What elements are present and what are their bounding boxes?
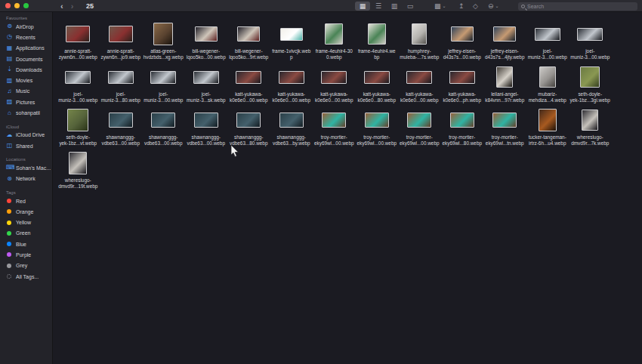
file-name[interactable]: joel-muniz-3...00.webp bbox=[144, 91, 183, 103]
sidebar-item-music[interactable]: ♫Music bbox=[0, 86, 52, 97]
sidebar-item-orange[interactable]: Orange bbox=[0, 206, 52, 217]
file-item[interactable]: tucker-tangeman-irtrz-6h...u4.webp bbox=[526, 107, 569, 150]
file-thumbnail[interactable] bbox=[151, 113, 175, 128]
file-thumbnail[interactable] bbox=[69, 152, 87, 174]
sidebar-item-applications[interactable]: ▦Applications bbox=[0, 43, 52, 54]
file-thumbnail[interactable] bbox=[279, 113, 304, 128]
close-button[interactable] bbox=[5, 3, 11, 8]
file-item[interactable]: katt-yukawa-k0e6e0...00.webp bbox=[313, 64, 356, 107]
file-thumbnail[interactable] bbox=[279, 71, 304, 84]
file-item[interactable]: katt-yukawa-k0e6e0...00.webp bbox=[270, 64, 313, 107]
file-thumbnail[interactable] bbox=[66, 26, 90, 42]
file-thumbnail[interactable] bbox=[365, 113, 389, 128]
file-name[interactable]: tucker-tangeman-irtrz-6h...u4.webp bbox=[529, 134, 566, 147]
file-item[interactable]: shawnanggg-vdbe63...00.webp bbox=[100, 107, 143, 150]
file-name[interactable]: troy-mortier-eky69wl...tn.webp bbox=[486, 134, 524, 147]
sidebar-item-pictures[interactable]: ▨Pictures bbox=[0, 97, 52, 107]
zoom-button[interactable] bbox=[23, 3, 29, 8]
file-name[interactable]: joel-muniz-3...80.webp bbox=[101, 91, 140, 103]
file-thumbnail[interactable] bbox=[492, 113, 517, 128]
sidebar-item-movies[interactable]: ▥Movies bbox=[0, 75, 52, 85]
file-name[interactable]: frame-4euhir4.webp bbox=[358, 48, 396, 60]
file-thumbnail[interactable] bbox=[150, 71, 176, 84]
file-item[interactable]: katt-yukawa-k0e6e0...80.webp bbox=[356, 64, 399, 107]
file-item[interactable]: shawnanggg-vdbe63...80.webp bbox=[227, 107, 270, 150]
file-name[interactable]: frame-1vivcjk.webp bbox=[272, 48, 310, 60]
sidebar-item-shared[interactable]: ◫Shared bbox=[0, 140, 52, 151]
file-item[interactable]: seth-doyle-yek-1bz...3gi.webp bbox=[569, 64, 612, 107]
file-item[interactable]: atlas-green-hvdzbds...xg.webp bbox=[142, 21, 185, 64]
search-field[interactable] bbox=[518, 2, 637, 11]
file-name[interactable]: bill-wegener-lqoo5ko...9rt.webp bbox=[229, 48, 268, 60]
file-name[interactable]: annie-spratt-zywn6n...00.webp bbox=[59, 48, 97, 60]
file-name[interactable]: jeffrey-eisen-d43s7s...4jty.webp bbox=[485, 48, 524, 60]
file-item[interactable]: joel-muniz-3...00.webp bbox=[526, 21, 569, 64]
file-item[interactable]: whereslugo-dmvd9r...19t.webp bbox=[57, 150, 100, 193]
file-name[interactable]: katt-yukawa-k0e6e0...00.webp bbox=[230, 91, 267, 103]
file-item[interactable]: joel-muniz-3...00.webp bbox=[57, 64, 100, 107]
file-name[interactable]: joel-muniz-3...00.webp bbox=[570, 48, 610, 60]
file-name[interactable]: whereslugo-dmvd9r...19t.webp bbox=[58, 177, 97, 190]
file-item[interactable]: troy-mortier-eky69wl...00.webp bbox=[398, 107, 441, 150]
file-thumbnail[interactable] bbox=[322, 113, 346, 128]
file-item[interactable]: whereslugo-dmvd9r...7k.webp bbox=[569, 107, 612, 150]
forward-button[interactable]: › bbox=[71, 0, 74, 12]
back-button[interactable]: ‹ bbox=[60, 0, 63, 12]
file-item[interactable]: jeffrey-eisen-d43s7s...00.webp bbox=[441, 21, 484, 64]
sidebar-item-recents[interactable]: ◷Recents bbox=[0, 32, 52, 42]
file-name[interactable]: shawnanggg-vdbe63...00.webp bbox=[102, 134, 140, 147]
file-name[interactable]: leilani-angel-k84vnn...97r.webp bbox=[485, 91, 524, 103]
file-thumbnail[interactable] bbox=[582, 110, 598, 131]
file-item[interactable]: shawnanggg-vdbe63...by.webp bbox=[270, 107, 313, 150]
sidebar-item-icloud-drive[interactable]: ☁iCloud Drive bbox=[0, 130, 52, 140]
file-item[interactable]: troy-mortier-eky69wl...00.webp bbox=[356, 107, 399, 150]
file-name[interactable]: humphrey-muleba-...7s.webp bbox=[400, 48, 439, 60]
file-item[interactable]: joel-muniz-3...sk.webp bbox=[185, 64, 228, 107]
file-name[interactable]: frame-4euhir4-300.webp bbox=[316, 48, 353, 60]
file-name[interactable]: bill-wegener-lqoo5ko...00.webp bbox=[187, 48, 226, 60]
file-thumbnail[interactable] bbox=[496, 66, 513, 88]
sidebar-item-grey[interactable]: Grey bbox=[0, 261, 52, 271]
group-by-button[interactable]: ▩ ⌄ bbox=[434, 2, 446, 11]
file-item[interactable]: katt-yukawa-k0e6e0...00.webp bbox=[227, 64, 270, 107]
file-thumbnail[interactable] bbox=[451, 26, 474, 42]
file-thumbnail[interactable] bbox=[109, 113, 133, 128]
file-item[interactable]: joel-muniz-3...80.webp bbox=[100, 64, 143, 107]
file-item[interactable]: seth-doyle-yek-1bz...vt.webp bbox=[57, 107, 100, 150]
icon-view-button[interactable]: ▦ bbox=[355, 2, 370, 11]
search-input[interactable] bbox=[527, 4, 625, 9]
file-thumbnail[interactable] bbox=[67, 109, 88, 131]
list-view-button[interactable]: ☰ bbox=[371, 2, 386, 11]
file-item[interactable]: humphrey-muleba-...7s.webp bbox=[398, 21, 441, 64]
file-item[interactable]: annie-spratt-zywn6n...00.webp bbox=[57, 21, 100, 64]
file-name[interactable]: atlas-green-hvdzbds...xg.webp bbox=[144, 48, 184, 60]
file-item[interactable]: frame-4euhir4-300.webp bbox=[313, 21, 356, 64]
file-thumbnail[interactable] bbox=[412, 23, 427, 45]
file-name[interactable]: shawnanggg-vdbe63...80.webp bbox=[230, 134, 267, 147]
file-item[interactable]: katt-yukawa-k0e6e0...00.webp bbox=[398, 64, 441, 107]
file-name[interactable]: joel-muniz-3...00.webp bbox=[528, 48, 567, 60]
file-name[interactable]: annie-spratt-zywn6n...jo9.webp bbox=[100, 48, 140, 60]
file-thumbnail[interactable] bbox=[194, 113, 218, 128]
tag-button[interactable]: ◇ bbox=[473, 2, 478, 11]
file-name[interactable]: katt-yukawa-k0e6e0...00.webp bbox=[315, 91, 353, 103]
file-thumbnail[interactable] bbox=[407, 113, 431, 128]
sidebar-item-documents[interactable]: ▤Documents bbox=[0, 54, 52, 64]
file-thumbnail[interactable] bbox=[280, 28, 303, 41]
file-name[interactable]: katt-yukawa-k0e6e0...00.webp bbox=[400, 91, 438, 103]
file-thumbnail[interactable] bbox=[65, 71, 91, 84]
file-name[interactable]: katt-yukawa-k0e6e0...00.webp bbox=[273, 91, 310, 103]
file-name[interactable]: katt-yukawa-k0e6e0...ph.webp bbox=[443, 91, 481, 103]
file-item[interactable]: leilani-angel-k84vnn...97r.webp bbox=[483, 64, 526, 107]
file-thumbnail[interactable] bbox=[321, 71, 347, 84]
sidebar-item-red[interactable]: Red bbox=[0, 196, 52, 206]
sidebar-item-sohanpatil[interactable]: ⌂sohanpatil bbox=[0, 107, 52, 118]
file-thumbnail[interactable] bbox=[236, 113, 261, 128]
file-name[interactable]: katt-yukawa-k0e6e0...80.webp bbox=[358, 91, 396, 103]
file-thumbnail[interactable] bbox=[237, 26, 260, 42]
file-thumbnail[interactable] bbox=[236, 71, 261, 84]
file-name[interactable]: troy-mortier-eky69wl...00.webp bbox=[356, 134, 397, 147]
sidebar-item-all-tags[interactable]: All Tags... bbox=[0, 271, 52, 282]
file-item[interactable]: bill-wegener-lqoo5ko...9rt.webp bbox=[227, 21, 270, 64]
file-name[interactable]: mubariz-mehdiza...4.webp bbox=[529, 91, 566, 103]
